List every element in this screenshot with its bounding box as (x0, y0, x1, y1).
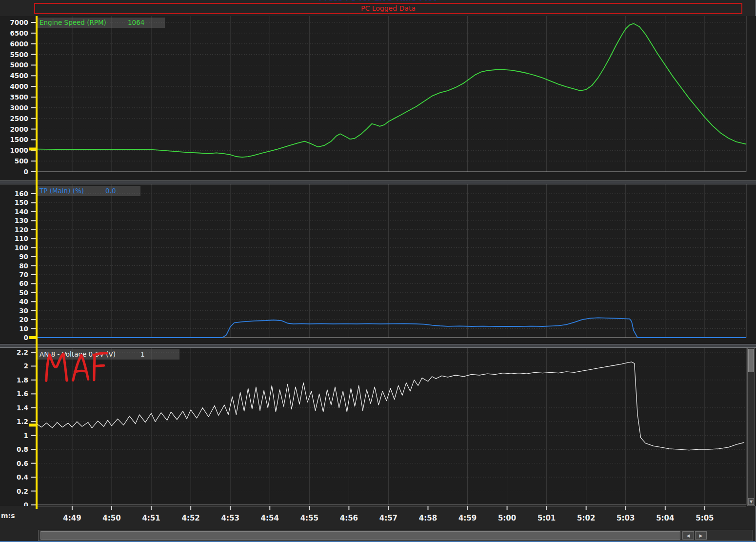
horizontal-scrollbar[interactable]: ◀ ▶ (38, 530, 753, 541)
y-tick-label: 1 (24, 432, 28, 440)
time-unit-label: m:s (1, 512, 15, 520)
y-tick-label: 2500 (10, 115, 28, 122)
y-tick-label: 70 (19, 271, 28, 279)
an8-voltage-series-line (37, 362, 744, 450)
y-tick-label: 40 (19, 298, 28, 305)
y-tick-label: 0.2 (17, 487, 28, 495)
an8-voltage-legend-value: 1 (140, 349, 145, 360)
x-tick-label: 4:51 (142, 514, 160, 522)
y-tick-label: 2.2 (17, 348, 28, 356)
y-tick-label: 20 (19, 316, 28, 323)
y-tick-label: 3500 (10, 93, 28, 101)
panel-splitter-2[interactable] (0, 344, 756, 348)
banner-label: PC Logged Data (361, 4, 416, 12)
engine-speed-plot[interactable]: 0500100015002000250030003500400045005000… (0, 16, 756, 181)
maf-letter-a (72, 355, 88, 381)
y-tick-label: 10 (19, 325, 28, 333)
engine-speed-legend-value: 1064 (128, 18, 144, 28)
tp-main-legend-label: TP (Main) (%) (40, 187, 84, 195)
tp-main-legend-value: 0.0 (105, 186, 116, 196)
clipped-title-text: Press F8 for Live Time Plot (318, 0, 437, 2)
clipped-window-title: Press F8 for Live Time Plot (0, 0, 755, 3)
y-tick-label: 110 (15, 235, 28, 242)
y-tick-label: 60 (19, 280, 28, 287)
y-tick-label: 0 (24, 501, 28, 506)
y-tick-label: 140 (15, 208, 28, 216)
x-tick-label: 5:00 (498, 514, 516, 522)
vertical-scrollbar[interactable]: ▼ (747, 348, 755, 506)
v-scroll-thumb[interactable] (748, 349, 754, 372)
y-tick-label: 1.4 (17, 404, 28, 412)
y-tick-label: 120 (15, 226, 28, 234)
x-tick-label: 4:55 (300, 514, 318, 522)
x-tick-label: 4:49 (63, 514, 81, 522)
x-tick-label: 4:56 (340, 514, 358, 522)
y-tick-label: 1.2 (17, 418, 28, 425)
time-axis: 4:494:504:514:524:534:544:554:564:574:58… (0, 506, 756, 528)
maf-annotation (41, 348, 121, 390)
y-tick-label: 160 (15, 190, 28, 198)
x-tick-label: 5:04 (656, 514, 674, 522)
x-tick-label: 4:58 (419, 514, 437, 522)
y-tick-label: 3000 (10, 104, 28, 112)
y-tick-label: 2 (24, 362, 28, 370)
y-tick-label: 0.4 (17, 473, 28, 481)
x-tick-label: 4:50 (102, 514, 120, 522)
y-tick-label: 500 (15, 157, 28, 165)
y-tick-label: 1500 (10, 136, 28, 143)
y-tick-label: 0.8 (17, 445, 28, 453)
tp-main-series-line (37, 318, 746, 338)
y-tick-label: 130 (15, 217, 28, 224)
y-tick-label: 30 (19, 307, 28, 315)
pc-logged-data-banner: PC Logged Data (34, 3, 742, 14)
scroll-down-icon: ▼ (750, 500, 753, 504)
y-tick-label: 150 (15, 199, 28, 206)
maf-letter-m (45, 354, 67, 381)
h-scroll-thumb[interactable] (40, 531, 680, 540)
y-tick-label: 5500 (10, 51, 28, 59)
x-tick-label: 5:01 (537, 514, 556, 522)
y-tick-label: 0.6 (17, 460, 28, 467)
maf-letter-f (93, 353, 108, 380)
y-tick-label: 1000 (10, 146, 28, 154)
y-tick-label: 7000 (10, 19, 28, 26)
time-cursor-line[interactable] (36, 16, 38, 509)
tp-main-chart-panel: 0102030405060708090100110120130140150160… (0, 184, 756, 344)
x-tick-label: 4:57 (379, 514, 398, 522)
x-tick-label: 4:54 (261, 514, 279, 522)
scroll-left-button[interactable]: ◀ (682, 531, 694, 540)
tp-main-legend: TP (Main) (%) 0.0 (37, 186, 140, 196)
tp-main-plot[interactable]: 0102030405060708090100110120130140150160 (0, 184, 756, 344)
y-tick-label: 1.6 (17, 390, 28, 398)
y-tick-label: 6000 (10, 40, 28, 48)
scroll-right-button[interactable]: ▶ (695, 531, 707, 540)
pclink-logging-window: Press F8 for Live Time Plot PC Logged Da… (0, 0, 756, 542)
x-tick-label: 4:53 (221, 514, 239, 522)
panel-splitter-1[interactable] (0, 181, 756, 184)
y-tick-label: 6500 (10, 29, 28, 37)
y-tick-label: 5000 (10, 61, 28, 69)
x-tick-label: 4:59 (458, 514, 477, 522)
x-tick-label: 4:52 (181, 514, 199, 522)
y-tick-label: 4500 (10, 72, 28, 80)
scroll-down-button[interactable]: ▼ (748, 498, 754, 505)
engine-speed-chart-panel: 0500100015002000250030003500400045005000… (0, 16, 756, 181)
y-tick-label: 80 (19, 262, 28, 270)
x-tick-label: 5:02 (577, 514, 595, 522)
scroll-left-icon: ◀ (687, 533, 690, 538)
y-tick-label: 0 (24, 334, 28, 341)
y-tick-label: 4000 (10, 82, 28, 90)
scroll-right-icon: ▶ (699, 533, 703, 538)
y-tick-label: 100 (15, 244, 28, 252)
y-tick-label: 1.8 (17, 376, 28, 384)
engine-speed-legend-label: Engine Speed (RPM) (40, 19, 106, 26)
engine-speed-legend: Engine Speed (RPM) 1064 (37, 18, 165, 28)
y-tick-label: 90 (19, 253, 28, 261)
x-tick-label: 5:03 (617, 514, 635, 522)
y-tick-label: 2000 (10, 125, 28, 133)
x-tick-label: 5:05 (696, 514, 714, 522)
y-tick-label: 50 (19, 289, 28, 297)
y-tick-label: 0 (24, 168, 28, 176)
